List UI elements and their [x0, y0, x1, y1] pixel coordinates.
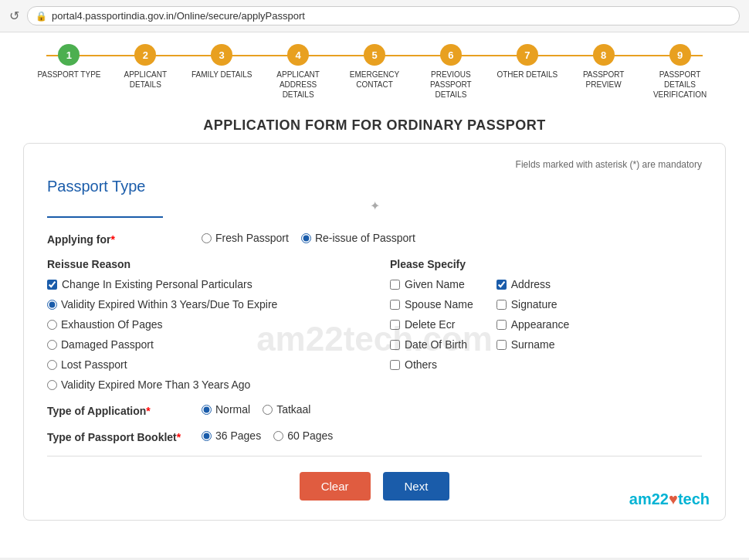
validity-more-option[interactable]: Validity Expired More Than 3 Years Ago: [47, 378, 359, 391]
exhaustion-pages-radio[interactable]: [47, 320, 57, 330]
spouse-name-option[interactable]: Spouse Name: [390, 298, 473, 311]
given-name-option[interactable]: Given Name: [390, 278, 473, 290]
delete-ecr-checkbox[interactable]: [390, 320, 400, 330]
step-2[interactable]: 2 APPLICANT DETAILS: [107, 44, 184, 90]
address-option[interactable]: Address: [497, 278, 570, 290]
please-specify: Please Specify Given Name Spouse Name: [390, 258, 702, 391]
step-circle-8: 8: [593, 44, 615, 66]
specify-columns: Given Name Spouse Name Delete Ecr: [390, 278, 702, 371]
step-6[interactable]: 6 PREVIOUS PASSPORT DETAILS: [412, 44, 489, 100]
step-4[interactable]: 4 APPLICANT ADDRESS DETAILS: [260, 44, 337, 100]
validity-expired-option[interactable]: Validity Expired Within 3 Years/Due To E…: [47, 298, 359, 311]
clear-button[interactable]: Clear: [300, 472, 371, 501]
step-8[interactable]: 8 PASSPORT PREVIEW: [565, 44, 642, 90]
normal-label: Normal: [215, 403, 250, 416]
surname-label: Surname: [511, 338, 555, 351]
compass-icon: ✦: [47, 199, 702, 213]
step-7[interactable]: 7 OTHER DETAILS: [489, 44, 565, 80]
specify-col-2: Address Signature Appearance: [497, 278, 570, 371]
exhaustion-pages-option[interactable]: Exhaustion Of Pages: [47, 318, 359, 331]
step-9[interactable]: 9 PASSPORT DETAILS VERIFICATION: [642, 44, 718, 100]
step-circle-6: 6: [440, 44, 462, 66]
damaged-passport-option[interactable]: Damaged Passport: [47, 338, 359, 351]
step-circle-3: 3: [211, 44, 232, 66]
required-asterisk-2: *: [146, 405, 150, 417]
others-option[interactable]: Others: [390, 358, 473, 371]
36pages-option[interactable]: 36 Pages: [202, 429, 261, 442]
required-asterisk-3: *: [177, 431, 181, 443]
applying-for-label: Applying for*: [47, 232, 186, 246]
surname-option[interactable]: Surname: [497, 338, 570, 351]
step-1[interactable]: 1 PASSPORT TYPE: [31, 44, 107, 80]
applying-for-row: Applying for* Fresh Passport Re-issue of…: [47, 232, 702, 246]
date-of-birth-option[interactable]: Date Of Birth: [390, 338, 473, 351]
fresh-passport-label: Fresh Passport: [215, 232, 289, 244]
section-title: Passport Type: [47, 178, 702, 195]
tatkaal-radio[interactable]: [263, 405, 273, 415]
60pages-option[interactable]: 60 Pages: [273, 429, 333, 442]
fresh-passport-radio[interactable]: [202, 233, 212, 243]
delete-ecr-option[interactable]: Delete Ecr: [390, 318, 473, 331]
form-divider: [47, 456, 702, 456]
spouse-name-label: Spouse Name: [405, 298, 473, 311]
delete-ecr-label: Delete Ecr: [405, 318, 455, 331]
lost-passport-radio[interactable]: [47, 360, 57, 370]
appearance-option[interactable]: Appearance: [497, 318, 570, 331]
reissue-reason-options: Change In Existing Personal Particulars …: [47, 278, 359, 391]
steps-track: 1 PASSPORT TYPE 2 APPLICANT DETAILS 3 FA…: [15, 44, 734, 100]
type-of-application-label: Type of Application*: [47, 403, 186, 417]
reissue-passport-radio[interactable]: [301, 233, 311, 243]
normal-option[interactable]: Normal: [202, 403, 250, 416]
given-name-checkbox[interactable]: [390, 280, 400, 290]
main-content: 1 PASSPORT TYPE 2 APPLICANT DETAILS 3 FA…: [0, 32, 749, 558]
validity-expired-radio[interactable]: [47, 300, 57, 310]
step-circle-5: 5: [364, 44, 385, 66]
step-label-2: APPLICANT DETAILS: [110, 70, 180, 90]
reissue-passport-option[interactable]: Re-issue of Passport: [301, 232, 415, 244]
reissue-reason-title: Reissue Reason: [47, 258, 359, 270]
validity-more-radio[interactable]: [47, 380, 57, 390]
tatkaal-option[interactable]: Tatkaal: [263, 403, 310, 416]
next-button[interactable]: Next: [383, 472, 450, 501]
step-5[interactable]: 5 EMERGENCY CONTACT: [337, 44, 413, 90]
appearance-checkbox[interactable]: [497, 320, 507, 330]
date-of-birth-checkbox[interactable]: [390, 340, 400, 350]
date-of-birth-label: Date Of Birth: [405, 338, 467, 351]
36pages-radio[interactable]: [202, 431, 212, 441]
36pages-label: 36 Pages: [215, 429, 261, 442]
step-label-5: EMERGENCY CONTACT: [340, 70, 409, 90]
refresh-icon[interactable]: ↺: [9, 8, 19, 23]
normal-radio[interactable]: [202, 405, 212, 415]
lost-passport-option[interactable]: Lost Passport: [47, 358, 359, 371]
reissue-passport-label: Re-issue of Passport: [315, 232, 415, 244]
others-checkbox[interactable]: [390, 360, 400, 370]
address-checkbox[interactable]: [497, 280, 507, 290]
required-asterisk: *: [110, 233, 114, 246]
browser-bar: ↺ 🔒 portal4.passportindia.gov.in/Online/…: [0, 0, 749, 32]
step-label-7: OTHER DETAILS: [497, 70, 558, 80]
change-particulars-option[interactable]: Change In Existing Personal Particulars: [47, 278, 359, 290]
given-name-label: Given Name: [405, 278, 465, 290]
60pages-radio[interactable]: [273, 431, 283, 441]
validity-more-label: Validity Expired More Than 3 Years Ago: [61, 378, 250, 391]
change-particulars-checkbox[interactable]: [47, 280, 57, 290]
signature-option[interactable]: Signature: [497, 298, 570, 311]
address-label: Address: [511, 278, 551, 290]
fresh-passport-option[interactable]: Fresh Passport: [202, 232, 289, 244]
change-particulars-label: Change In Existing Personal Particulars: [62, 278, 252, 290]
applying-for-options: Fresh Passport Re-issue of Passport: [202, 232, 415, 244]
booklet-row: Type of Passport Booklet* 36 Pages 60 Pa…: [47, 429, 702, 443]
url-text: portal4.passportindia.gov.in/Online/secu…: [52, 10, 305, 22]
section-divider: [47, 216, 163, 218]
exhaustion-pages-label: Exhaustion Of Pages: [61, 318, 163, 331]
others-label: Others: [405, 358, 437, 371]
form-body: am22tech.com Passport Type ✦ Applying fo…: [47, 178, 702, 501]
lost-passport-label: Lost Passport: [61, 358, 127, 371]
spouse-name-checkbox[interactable]: [390, 300, 400, 310]
booklet-options: 36 Pages 60 Pages: [202, 429, 333, 442]
booklet-label: Type of Passport Booklet*: [47, 429, 186, 443]
surname-checkbox[interactable]: [497, 340, 507, 350]
step-3[interactable]: 3 FAMILY DETAILS: [184, 44, 260, 80]
damaged-passport-radio[interactable]: [47, 340, 57, 350]
signature-checkbox[interactable]: [497, 300, 507, 310]
